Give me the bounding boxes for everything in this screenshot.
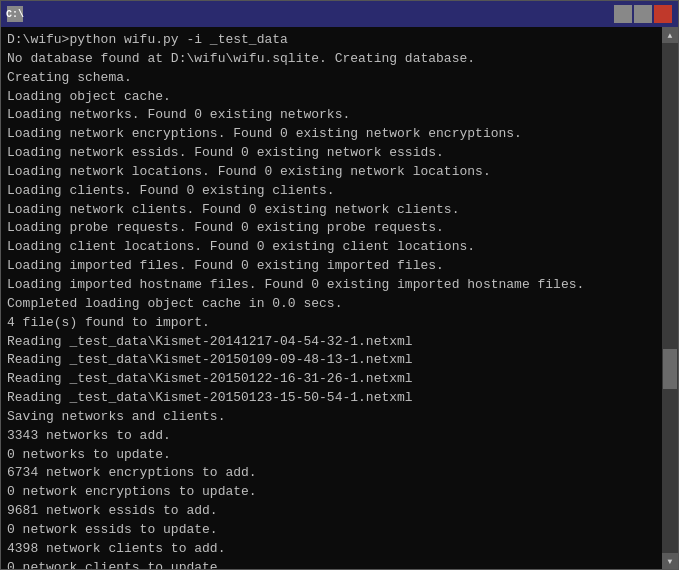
close-button[interactable] xyxy=(654,5,672,23)
terminal-output[interactable]: D:\wifu>python wifu.py -i _test_data No … xyxy=(1,27,662,569)
scrollbar-track[interactable] xyxy=(662,43,678,553)
maximize-button[interactable] xyxy=(634,5,652,23)
scrollbar[interactable]: ▲ ▼ xyxy=(662,27,678,569)
cmd-window: C:\ D:\wifu>python wifu.py -i _test_data… xyxy=(0,0,679,570)
cmd-icon: C:\ xyxy=(7,6,23,22)
scrollbar-thumb[interactable] xyxy=(663,349,677,389)
title-bar: C:\ xyxy=(1,1,678,27)
title-bar-left: C:\ xyxy=(7,6,29,22)
minimize-button[interactable] xyxy=(614,5,632,23)
content-area: D:\wifu>python wifu.py -i _test_data No … xyxy=(1,27,678,569)
scrollbar-down-button[interactable]: ▼ xyxy=(662,553,678,569)
scrollbar-up-button[interactable]: ▲ xyxy=(662,27,678,43)
title-bar-buttons xyxy=(614,5,672,23)
